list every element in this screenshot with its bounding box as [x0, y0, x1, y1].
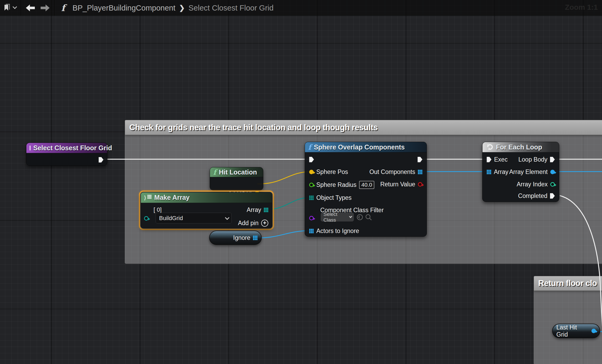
add-pin-icon[interactable]: +	[261, 220, 268, 227]
breadcrumb-parent[interactable]: BP_PlayerBuildingComponent	[73, 4, 175, 12]
exec-output-pin[interactable]	[99, 157, 103, 163]
array-element-input-pin[interactable]	[144, 216, 149, 221]
sphere-pos-pin[interactable]	[309, 170, 314, 174]
graph-toolbar: f BP_PlayerBuildingComponent ❯ Select Cl…	[0, 0, 602, 16]
pure-function-icon: f	[213, 169, 216, 176]
pin-label: Array Index	[517, 181, 548, 188]
comment-box-return: Return floor clo	[534, 276, 602, 364]
reset-icon	[357, 215, 362, 220]
array-output-pin[interactable]	[264, 208, 268, 212]
pin-label: Exec	[494, 156, 508, 163]
chevron-down-icon	[225, 215, 230, 220]
object-types-pin[interactable]	[309, 196, 314, 200]
pin-label: Object Types	[316, 194, 352, 201]
node-sphere-overlap-components[interactable]: f Sphere Overlap Components Sphere Pos S…	[305, 142, 427, 237]
pin-label: Return Value	[380, 181, 415, 188]
node-last-hit-grid-variable[interactable]: Last Hit Grid	[552, 324, 600, 338]
buildgrid-enum-dropdown[interactable]: BuildGrid	[156, 213, 232, 224]
dropdown-value: Select Class	[323, 211, 349, 223]
node-title: For Each Loop	[496, 143, 542, 151]
forward-arrow-icon[interactable]	[41, 4, 50, 11]
node-title: Hit Location	[219, 168, 257, 176]
loop-body-pin[interactable]	[550, 157, 555, 162]
array-element-pin[interactable]	[550, 170, 555, 174]
ignore-output-pin[interactable]	[253, 236, 257, 240]
bookmark-icon[interactable]	[4, 4, 11, 12]
node-for-each-loop[interactable]: For Each Loop Exec Array Loop Body Array…	[482, 142, 559, 202]
pin-label: Loop Body	[518, 156, 547, 163]
array-element-index-label: [ 0]	[154, 206, 162, 213]
completed-pin[interactable]	[550, 193, 555, 199]
pin-label: Array	[494, 168, 508, 176]
pin-label: Out Components	[369, 168, 415, 176]
pin-label: Array	[247, 206, 261, 213]
pin-label: Array Element	[509, 168, 548, 176]
chevron-down-icon	[349, 215, 352, 218]
function-entry-icon	[30, 145, 31, 151]
actors-to-ignore-pin[interactable]	[309, 229, 314, 233]
comment-header[interactable]: Return floor clo	[534, 276, 602, 291]
node-ignore-variable[interactable]: Ignore	[209, 231, 262, 245]
sphere-radius-input[interactable]	[359, 181, 374, 189]
back-arrow-icon[interactable]	[26, 4, 35, 11]
make-array-icon: ⟩	[144, 195, 152, 201]
exec-input-pin[interactable]	[309, 157, 314, 162]
function-graph-icon: f	[61, 3, 65, 12]
node-title: Make Array	[154, 194, 190, 201]
class-filter-tools[interactable]	[356, 213, 372, 221]
loop-icon	[486, 143, 494, 151]
toolbar-divider	[54, 0, 55, 16]
pin-label: Sphere Pos	[316, 168, 348, 176]
component-class-filter-pin[interactable]	[309, 216, 314, 220]
array-input-pin[interactable]	[487, 170, 491, 174]
blueprint-graph-canvas[interactable]: Check for grids near the trace hit locat…	[0, 0, 602, 364]
variable-label: Last Hit Grid	[556, 324, 589, 338]
comment-title: Return floor clo	[538, 279, 597, 288]
dropdown-value: BuildGrid	[159, 215, 183, 222]
pin-label: Actors to Ignore	[316, 227, 359, 235]
select-class-dropdown[interactable]: Select Class	[321, 213, 354, 221]
breadcrumb-separator-icon: ❯	[179, 4, 185, 12]
bookmark-chevron-icon[interactable]	[13, 4, 17, 9]
comment-header[interactable]: Check for grids near the trace hit locat…	[125, 120, 602, 135]
exec-input-pin[interactable]	[487, 157, 491, 162]
search-icon	[366, 215, 371, 220]
node-hit-location[interactable]: f Hit Location Location	[210, 167, 263, 190]
add-pin-label[interactable]: Add pin	[238, 220, 259, 227]
variable-label: Ignore	[233, 234, 250, 241]
function-icon: f	[308, 144, 311, 151]
return-value-pin[interactable]	[418, 182, 422, 187]
node-select-closest-floor-grid[interactable]: Select Closest Floor Grid	[26, 143, 107, 166]
exec-output-pin[interactable]	[418, 157, 422, 162]
node-title: Select Closest Floor Grid	[33, 144, 112, 152]
pin-label: Sphere Radius	[316, 181, 356, 188]
node-title: Sphere Overlap Components	[314, 143, 405, 151]
sphere-radius-pin[interactable]	[309, 183, 314, 187]
comment-title: Check for grids near the trace hit locat…	[129, 123, 378, 132]
toolbar-divider	[21, 0, 21, 16]
out-components-pin[interactable]	[418, 170, 422, 174]
node-make-array[interactable]: ⟩ Make Array [ 0] BuildGrid Array + Add …	[141, 192, 272, 228]
last-hit-grid-output-pin[interactable]	[591, 329, 596, 333]
breadcrumb-current[interactable]: Select Closest Floor Grid	[189, 4, 274, 12]
array-index-pin[interactable]	[550, 182, 555, 187]
pin-label: Completed	[518, 192, 547, 200]
